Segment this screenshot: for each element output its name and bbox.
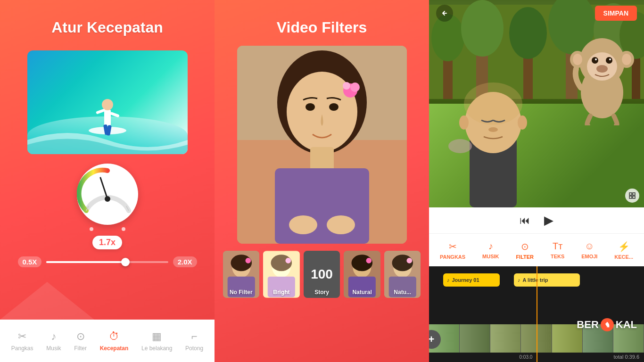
editor-music-icon: ♪ <box>488 241 493 252</box>
dot-right <box>122 227 125 231</box>
svg-point-75 <box>609 58 611 60</box>
lebelakang-label: Le belakang <box>141 345 172 352</box>
speed-slider-track[interactable] <box>46 261 168 263</box>
editor-emoji-icon: ☺ <box>585 241 594 252</box>
girl-illustration <box>237 46 407 244</box>
panel1-bottom-toolbar: ✂ Pangkas ♪ Musik ⊙ Filter ⏱ Kecepatan ▦… <box>0 320 215 362</box>
speed-slider-fill <box>46 261 125 263</box>
filter-natu2[interactable]: Natu... <box>384 251 421 298</box>
editor-teks-label: TEKS <box>551 254 564 259</box>
svg-point-2 <box>102 99 113 110</box>
music-track-2-label: A little trip <box>523 277 548 283</box>
filter-thumbnails-row: No Filter Bright 100 Story <box>223 251 421 298</box>
watermark-text: BER <box>577 319 598 331</box>
svg-point-39 <box>366 258 372 263</box>
svg-point-73 <box>606 57 612 64</box>
expand-button[interactable] <box>625 189 639 203</box>
svg-point-69 <box>573 54 582 65</box>
svg-point-63 <box>518 115 527 130</box>
svg-rect-79 <box>629 196 632 198</box>
editor-tool-emoji[interactable]: ☺ EMOJI <box>581 241 597 259</box>
svg-point-22 <box>289 215 317 234</box>
svg-point-64 <box>448 139 472 153</box>
svg-point-74 <box>595 58 597 60</box>
sidebar-item-musik[interactable]: ♪ Musik <box>46 330 61 352</box>
panel2-title: Video Filters <box>277 19 367 36</box>
playhead-line <box>537 266 537 362</box>
playback-controls: ⏮ ▶ <box>429 207 644 233</box>
background-icon: ▦ <box>152 330 162 343</box>
speedometer-dots <box>90 227 125 231</box>
filter-icon: ⊙ <box>76 330 85 343</box>
filter-story[interactable]: 100 Story <box>304 251 340 298</box>
back-arrow-icon <box>441 9 448 17</box>
crop-icon: ⌐ <box>191 330 198 343</box>
speed-icon: ⏱ <box>109 330 119 343</box>
total-time-display: total 0:39.6 <box>614 354 639 360</box>
video-frame-2 <box>460 324 490 353</box>
dot-left <box>90 227 93 231</box>
skip-back-button[interactable]: ⏮ <box>520 214 530 227</box>
editor-panel: SIMPAN ⏮ ▶ ✂ PANGKAS ♪ MUSIK ⊙ FILTER <box>429 0 644 362</box>
editor-tool-musik[interactable]: ♪ MUSIK <box>482 241 499 259</box>
svg-point-71 <box>622 54 631 65</box>
play-button[interactable]: ▶ <box>544 213 553 228</box>
pangkas-label: Pangkas <box>11 345 33 352</box>
musik-label: Musik <box>46 345 61 352</box>
music-note-icon-2: ♪ <box>518 277 520 283</box>
wave-illustration <box>27 126 188 154</box>
sidebar-item-potong[interactable]: ⌐ Potong <box>185 330 203 352</box>
sidebar-item-filter[interactable]: ⊙ Filter <box>74 330 87 352</box>
speed-panel: Atur Kecepatan <box>0 0 215 362</box>
sidebar-item-lebelakang[interactable]: ▦ Le belakang <box>141 330 172 352</box>
svg-point-60 <box>464 82 522 125</box>
filter-natural[interactable]: Natural <box>344 251 380 298</box>
potong-label: Potong <box>185 345 203 352</box>
editor-filter-icon: ⊙ <box>521 241 529 252</box>
speedometer <box>77 164 138 225</box>
editor-tool-filter[interactable]: ⊙ FILTER <box>516 241 534 260</box>
back-button[interactable] <box>436 5 453 22</box>
svg-point-21 <box>329 103 339 111</box>
editor-video-preview: SIMPAN <box>429 0 644 207</box>
timeline-area: ♪ Journey 01 ♪ A little trip + 0:03.0 BE… <box>429 266 644 362</box>
bright-label: Bright <box>263 289 300 296</box>
editor-kece-icon: ⚡ <box>618 241 630 252</box>
speed-arc-svg <box>77 164 138 225</box>
natural-label: Natural <box>344 289 380 296</box>
panel1-title: Atur Kecepatan <box>51 19 163 36</box>
watermark-text-2: KAL <box>616 319 637 331</box>
filter-bright[interactable]: Bright <box>263 251 300 298</box>
kecepatan-label: Kecepatan <box>100 345 129 352</box>
editor-tool-teks[interactable]: Tт TEKS <box>551 241 564 259</box>
editor-tool-pangkas[interactable]: ✂ PANGKAS <box>440 241 465 260</box>
leaf-icon <box>603 321 611 329</box>
svg-rect-15 <box>310 147 334 171</box>
svg-point-76 <box>596 65 608 73</box>
speed-slider-thumb[interactable] <box>121 258 130 266</box>
music-icon: ♪ <box>51 330 56 343</box>
svg-rect-16 <box>275 168 369 244</box>
monkey-illustration <box>564 31 640 125</box>
svg-rect-3 <box>96 108 106 114</box>
story-number: 100 <box>311 267 333 282</box>
editor-musik-label: MUSIK <box>482 254 499 259</box>
svg-point-72 <box>592 57 598 64</box>
svg-point-28 <box>245 258 251 263</box>
sidebar-item-pangkas[interactable]: ✂ Pangkas <box>11 330 33 352</box>
filter-no-filter[interactable]: No Filter <box>223 251 260 298</box>
story-label: Story <box>304 289 340 296</box>
music-track-1[interactable]: ♪ Journey 01 <box>443 273 500 287</box>
svg-point-19 <box>343 82 350 90</box>
save-button[interactable]: SIMPAN <box>595 6 637 21</box>
sidebar-item-kecepatan[interactable]: ⏱ Kecepatan <box>100 330 129 352</box>
svg-point-20 <box>305 103 315 111</box>
music-note-icon-1: ♪ <box>447 277 450 283</box>
editor-tool-kece[interactable]: ⚡ KECE... <box>614 241 633 260</box>
editor-scissors-icon: ✂ <box>449 241 457 252</box>
speed-video-preview <box>27 50 188 154</box>
svg-rect-78 <box>633 193 635 195</box>
speed-min-label: 0.5X <box>18 256 42 267</box>
music-track-2[interactable]: ♪ A little trip <box>514 273 580 287</box>
svg-point-62 <box>459 115 469 130</box>
